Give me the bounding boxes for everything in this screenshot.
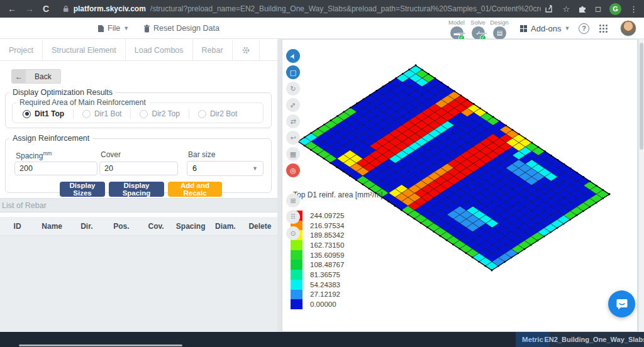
spacing-input[interactable] [14, 162, 97, 175]
tab-rebar[interactable]: Rebar [193, 39, 233, 61]
divider [130, 109, 131, 119]
legend-value: 0.00000 [310, 299, 344, 309]
legend-segment [291, 260, 303, 270]
share-icon[interactable] [545, 4, 554, 13]
column-header-cov: Cov. [139, 222, 174, 231]
resize-tool[interactable]: ↔ [286, 98, 300, 112]
model-viewer[interactable]: ➤□↻↔⇄↩▦◎⊞⠿⊙ Top D1 reinf. area [mm²/m] 2… [282, 39, 638, 332]
tab-project[interactable]: Project [0, 39, 43, 61]
add-and-recalc-button[interactable]: Add and Recalc [168, 182, 222, 197]
avatar [620, 20, 636, 36]
user-avatar[interactable] [620, 18, 636, 39]
swap-axes-tool[interactable]: ⇄ [286, 114, 300, 128]
radio-dit1-top[interactable]: Dit1 Top [23, 109, 64, 118]
address-bar[interactable]: platform.skyciv.com /structural?preload_… [63, 4, 541, 13]
current-file-label: EN2_Building_One_Way_Slabs* [550, 332, 644, 347]
column-header-id: ID [0, 222, 35, 231]
details-tool[interactable]: ▦ [286, 147, 300, 161]
legend-value: 54.24383 [310, 280, 344, 290]
legend-segment [291, 290, 303, 300]
scrollbar-thumb[interactable] [640, 43, 643, 150]
radio-label: Dir1 Bot [94, 109, 121, 118]
rotate-tool-icon: ↻ [290, 85, 296, 93]
browser-chrome: ← → C platform.skyciv.com /structural?pr… [0, 0, 644, 18]
column-header-diam: Diam. [208, 222, 243, 231]
chevron-down-icon: ▼ [564, 25, 570, 31]
addons-menu[interactable]: Add-ons ▼ [519, 18, 570, 39]
radio-dir1-bot[interactable]: Dir1 Bot [82, 109, 121, 118]
visibility-tool[interactable]: ⊙ [286, 226, 300, 240]
spacing-label: Spacingmm [16, 150, 52, 160]
reset-design-data-button[interactable]: Reset Design Data [143, 18, 219, 39]
step-connector [478, 33, 487, 34]
url-domain: platform.skyciv.com [74, 4, 146, 13]
file-menu[interactable]: File ▼ [97, 18, 129, 39]
step-design-icon[interactable]: ▤ [493, 26, 506, 40]
legend-color-scale [291, 211, 303, 309]
legend-value: 189.85342 [310, 230, 344, 240]
radio-dir2-top[interactable]: Dir2 Top [140, 109, 179, 118]
barsize-select[interactable]: 6 ▼ [187, 161, 264, 176]
horizontal-scrollbar-thumb[interactable] [19, 344, 182, 346]
legend-segment [291, 250, 303, 260]
column-header-delete: Delete [243, 222, 277, 231]
legend-segment [291, 270, 303, 280]
browser-refresh-icon[interactable]: C [43, 4, 49, 14]
radio-dot [82, 110, 91, 118]
app-header: File ▼ Reset Design Data Model▬✓Solve✓✓D… [0, 18, 644, 39]
bookmark-star-icon[interactable]: ☆ [562, 4, 570, 14]
column-header-spacing: Spacing [174, 222, 208, 231]
assign-reinforcement-legend: Assign Reinforcement [9, 134, 92, 143]
radio-dir2-bot[interactable]: Dir2 Bot [198, 109, 237, 118]
select-tool-icon: ➤ [288, 52, 298, 60]
browser-back-icon[interactable]: ← [8, 4, 16, 14]
legend-value: 216.97534 [310, 221, 344, 231]
box-select-tool[interactable]: □ [286, 65, 300, 79]
tab-structural-element[interactable]: Structural Element [43, 39, 126, 61]
resize-tool-icon: ↔ [288, 100, 298, 110]
cover-input[interactable] [99, 162, 178, 175]
display-optimization-legend: Display Optimization Results [9, 88, 116, 97]
addons-label: Add-ons [531, 24, 561, 33]
file-menu-label: File [108, 24, 120, 33]
display-sizes-button[interactable]: Display Sizes [60, 182, 105, 197]
tab-settings-gear-icon[interactable] [233, 39, 260, 61]
tab-load-combos[interactable]: Load Combos [126, 39, 193, 61]
help-button[interactable]: ? [579, 18, 589, 39]
browser-forward-icon[interactable]: → [25, 4, 34, 14]
trash-icon [143, 25, 150, 33]
column-header-pos: Pos. [104, 222, 138, 231]
radio-dot [140, 110, 148, 118]
list-of-rebar-header: List of Rebar [0, 198, 277, 212]
grid-dots-tool-icon: ⠿ [291, 213, 296, 221]
extensions-icon[interactable] [578, 4, 587, 13]
record-tool[interactable]: ◎ [286, 163, 300, 177]
select-tool[interactable]: ➤ [286, 49, 300, 63]
page-scrollbar[interactable] [638, 39, 644, 332]
divider [73, 109, 74, 119]
chat-widget-button[interactable] [608, 290, 635, 317]
display-spacing-button[interactable]: Display Spacing [109, 182, 164, 197]
apps-grid-button[interactable] [599, 18, 608, 39]
legend-value: 135.60959 [310, 250, 344, 260]
details-tool-icon: ▦ [290, 150, 296, 158]
visibility-tool-icon: ⊙ [290, 229, 296, 238]
barsize-value: 6 [192, 164, 197, 173]
back-button[interactable]: ← Back [11, 69, 61, 84]
menu-kebab-icon[interactable]: ⋮ [630, 4, 638, 14]
legend-value: 81.36575 [310, 270, 344, 280]
tab-search-icon[interactable]: ◻ [595, 4, 601, 13]
rotate-tool[interactable]: ↻ [286, 82, 300, 96]
workflow-stepper: Model▬✓Solve✓✓Design▤ [444, 19, 513, 38]
popout-tool-icon: ⊞ [290, 197, 296, 205]
step-label-model: Model [448, 19, 465, 26]
browser-profile-avatar[interactable]: G [609, 3, 621, 15]
undo-tool[interactable]: ↩ [286, 131, 300, 145]
legend-value: 244.09725 [310, 211, 344, 221]
grid-dots-tool[interactable]: ⠿ [286, 210, 300, 224]
popout-tool[interactable]: ⊞ [286, 194, 300, 207]
required-area-legend: Required Area of Main Reinforcement [16, 98, 149, 107]
reset-design-data-label: Reset Design Data [153, 24, 219, 33]
radio-label: Dir2 Top [152, 109, 179, 118]
radio-label: Dit1 Top [35, 109, 64, 118]
